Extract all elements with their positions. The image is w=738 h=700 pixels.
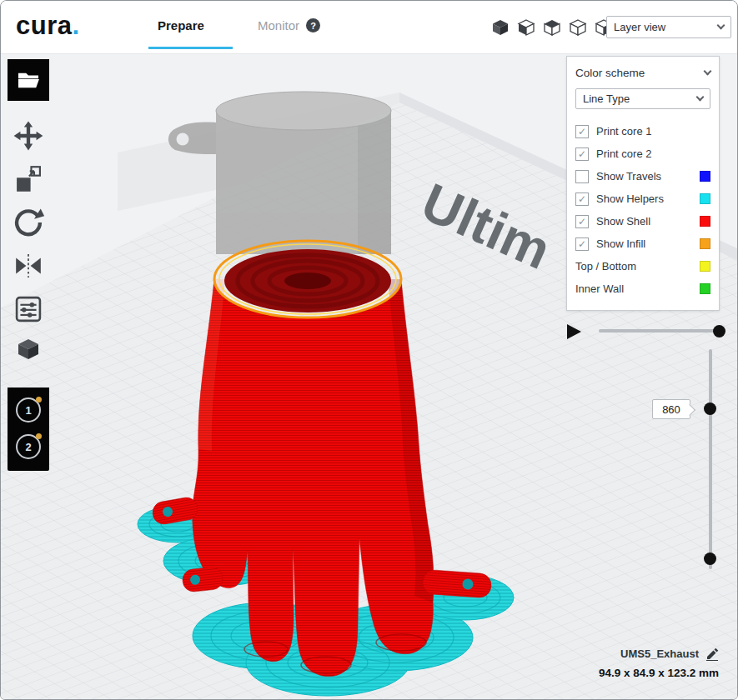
inner-wall-color-swatch bbox=[700, 283, 710, 294]
row-show-travels: Show Travels bbox=[575, 165, 710, 188]
cura-logo: cura. bbox=[16, 11, 80, 41]
tab-monitor-label: Monitor bbox=[258, 18, 299, 32]
checkbox-print-core-2[interactable]: ✓ bbox=[575, 148, 589, 161]
checkbox-show-shell[interactable]: ✓ bbox=[575, 215, 589, 228]
row-label: Print core 2 bbox=[596, 148, 651, 160]
support-blocker-icon bbox=[16, 337, 41, 362]
view-mode-value: Layer view bbox=[614, 21, 665, 33]
extruder-2-button[interactable]: 2 bbox=[16, 434, 41, 459]
row-label: Show Shell bbox=[596, 215, 650, 228]
move-tool-button[interactable] bbox=[9, 114, 48, 158]
row-show-helpers: ✓ Show Helpers bbox=[575, 188, 710, 210]
top-bottom-color-swatch bbox=[700, 261, 710, 272]
shell-color-swatch bbox=[700, 216, 710, 227]
tab-prepare-underline bbox=[148, 47, 233, 49]
extruder-panel: 1 2 bbox=[8, 388, 49, 471]
simulation-slider-handle[interactable] bbox=[713, 325, 725, 338]
scale-tool-button[interactable] bbox=[9, 158, 48, 201]
row-label: Top / Bottom bbox=[575, 260, 636, 272]
model-tab-right bbox=[422, 569, 492, 598]
edit-job-name-button[interactable] bbox=[705, 648, 719, 664]
current-layer-readout: 860 bbox=[652, 399, 690, 419]
checkbox-print-core-1[interactable]: ✓ bbox=[575, 125, 589, 138]
chevron-down-icon bbox=[704, 68, 712, 76]
play-simulation-button[interactable] bbox=[567, 324, 581, 339]
camera-view-buttons bbox=[491, 18, 613, 37]
extruder-1-label: 1 bbox=[25, 404, 31, 417]
rotate-tool-button[interactable] bbox=[9, 201, 48, 244]
per-model-settings-icon bbox=[12, 292, 45, 326]
chevron-down-icon bbox=[696, 93, 705, 102]
chevron-down-icon bbox=[717, 22, 725, 30]
view-3d-icon[interactable] bbox=[491, 18, 510, 37]
color-scheme-dropdown[interactable]: Line Type bbox=[575, 88, 710, 109]
view-mode-dropdown[interactable]: Layer view bbox=[606, 16, 731, 38]
view-top-icon[interactable] bbox=[543, 18, 561, 37]
color-scheme-label: Color scheme bbox=[575, 67, 645, 79]
tab-monitor[interactable]: Monitor ? bbox=[258, 18, 320, 32]
color-scheme-value: Line Type bbox=[583, 92, 630, 105]
tab-prepare[interactable]: Prepare bbox=[158, 18, 204, 32]
row-top-bottom: Top / Bottom bbox=[575, 255, 710, 278]
travels-color-swatch bbox=[700, 171, 710, 182]
row-print-core-2: ✓ Print core 2 bbox=[575, 142, 710, 165]
topbar: cura. Prepare Monitor ? bbox=[1, 1, 737, 54]
per-model-settings-button[interactable] bbox=[9, 288, 48, 331]
job-dimensions: 94.9 x 84.9 x 123.2 mm bbox=[599, 667, 719, 679]
row-label: Print core 1 bbox=[596, 125, 651, 138]
monitor-help-icon[interactable]: ? bbox=[306, 18, 320, 32]
scale-icon bbox=[12, 162, 45, 196]
tool-panel bbox=[9, 114, 48, 368]
rotate-icon bbox=[12, 206, 45, 239]
row-label: Show Travels bbox=[596, 170, 661, 182]
extruder-1-material-dot bbox=[36, 397, 42, 402]
row-label: Inner Wall bbox=[575, 282, 624, 295]
checkbox-show-travels[interactable] bbox=[575, 170, 589, 183]
helpers-color-swatch bbox=[700, 193, 710, 204]
mirror-tool-button[interactable] bbox=[9, 244, 48, 288]
extruder-2-label: 2 bbox=[25, 441, 31, 453]
row-label: Show Helpers bbox=[596, 192, 664, 205]
extruder-1-button[interactable]: 1 bbox=[16, 398, 41, 422]
open-folder-icon bbox=[17, 70, 40, 90]
support-blocker-button[interactable] bbox=[9, 331, 48, 368]
row-show-shell: ✓ Show Shell bbox=[575, 210, 710, 232]
infill-color-swatch bbox=[700, 238, 710, 249]
mirror-icon bbox=[12, 249, 45, 282]
open-file-button[interactable] bbox=[8, 59, 49, 101]
layer-slider-top-handle[interactable] bbox=[704, 402, 716, 415]
checkbox-show-infill[interactable]: ✓ bbox=[575, 238, 589, 251]
view-front-icon[interactable] bbox=[517, 18, 535, 37]
move-icon bbox=[12, 119, 45, 152]
extruder-2-material-dot bbox=[36, 433, 42, 439]
simulation-slider-track[interactable] bbox=[599, 329, 722, 332]
row-show-infill: ✓ Show Infill bbox=[575, 232, 710, 255]
layer-slider-bottom-handle[interactable] bbox=[704, 552, 716, 565]
layer-view-panel: Color scheme Line Type ✓ Print core 1 ✓ … bbox=[566, 56, 720, 311]
job-name: UMS5_Exhaust bbox=[620, 648, 699, 660]
row-label: Show Infill bbox=[596, 238, 645, 250]
layer-type-list: ✓ Print core 1 ✓ Print core 2 Show Trave… bbox=[575, 120, 710, 300]
row-inner-wall: Inner Wall bbox=[575, 278, 710, 300]
color-scheme-header[interactable]: Color scheme bbox=[575, 65, 710, 82]
view-left-icon[interactable] bbox=[569, 18, 587, 37]
cura-window: Ultim bbox=[0, 0, 738, 700]
layer-slider-track[interactable] bbox=[709, 349, 712, 569]
pencil-icon bbox=[705, 648, 719, 661]
row-print-core-1: ✓ Print core 1 bbox=[575, 120, 710, 142]
checkbox-show-helpers[interactable]: ✓ bbox=[575, 192, 589, 206]
